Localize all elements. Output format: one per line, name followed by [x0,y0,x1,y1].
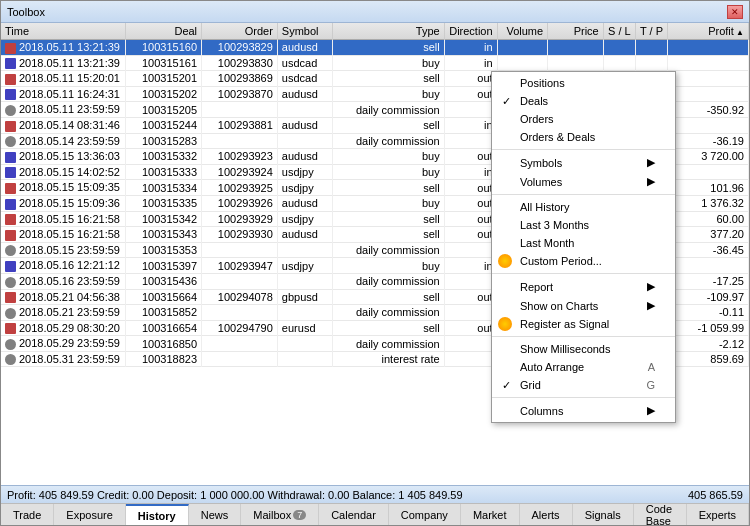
menu-item-label: Report [520,281,553,293]
cell-profit [668,117,749,133]
tab-exposure[interactable]: Exposure [54,504,125,525]
cell-volume [497,40,548,56]
menu-item-label: Grid [520,379,541,391]
tab-badge: 7 [293,510,306,520]
menu-item[interactable]: Volumes▶ [492,172,675,191]
cell-deal: 100315397 [126,258,202,274]
tab-company[interactable]: Company [389,504,461,525]
menu-separator [492,194,675,195]
menu-item[interactable]: Custom Period... [492,252,675,270]
col-sl[interactable]: S / L [603,23,635,40]
cell-symbol: gbpusd [277,289,333,305]
cell-time: 2018.05.15 14:02:52 [1,164,126,180]
tab-mailbox[interactable]: Mailbox7 [241,504,319,525]
menu-item[interactable]: Show on Charts▶ [492,296,675,315]
cell-type: sell [333,71,444,87]
col-direction[interactable]: Direction [444,23,497,40]
toolbox-window: Toolbox ✕ Time Deal Order Symbol Type Di… [0,0,750,526]
tab-history[interactable]: History [126,504,189,525]
menu-separator [492,149,675,150]
table-row[interactable]: 2018.05.11 13:21:39100315161100293830usd… [1,55,749,71]
tab-alerts[interactable]: Alerts [520,504,573,525]
cell-direction: out [444,211,497,227]
menu-item[interactable]: Orders [492,110,675,128]
col-order[interactable]: Order [202,23,278,40]
cell-direction: out [444,71,497,87]
menu-item-label: Orders [520,113,554,125]
tab-label: Experts [699,509,736,521]
cell-symbol: usdjpy [277,164,333,180]
menu-item[interactable]: Deals [492,92,675,110]
menu-item[interactable]: Positions [492,74,675,92]
menu-item[interactable]: Orders & Deals [492,128,675,146]
shortcut: G [646,379,655,391]
shortcut: A [648,361,655,373]
cell-profit [668,71,749,87]
menu-item[interactable]: Symbols▶ [492,153,675,172]
row-icon [5,199,16,210]
cell-direction [444,336,497,352]
cell-profit: 60.00 [668,211,749,227]
tab-news[interactable]: News [189,504,242,525]
menu-item[interactable]: All History [492,198,675,216]
cell-direction: out [444,86,497,102]
cell-direction [444,273,497,289]
tab-label: Mailbox [253,509,291,521]
tab-trade[interactable]: Trade [1,504,54,525]
col-volume[interactable]: Volume [497,23,548,40]
cell-time: 2018.05.11 16:24:31 [1,86,126,102]
menu-item[interactable]: Register as Signal [492,315,675,333]
menu-item[interactable]: Show Milliseconds [492,340,675,358]
col-type[interactable]: Type [333,23,444,40]
cell-order: 100293925 [202,180,278,196]
cell-tp [635,40,667,56]
menu-item-icon [498,317,512,331]
window-title: Toolbox [7,6,45,18]
cell-order [202,336,278,352]
col-price[interactable]: Price [548,23,604,40]
row-icon [5,214,16,225]
cell-profit [668,258,749,274]
tab-label: History [138,510,176,522]
close-button[interactable]: ✕ [727,5,743,19]
menu-item-label: Show on Charts [520,300,598,312]
cell-profit [668,40,749,56]
menu-item[interactable]: Last 3 Months [492,216,675,234]
table-row[interactable]: 2018.05.11 13:21:39100315160100293829aud… [1,40,749,56]
col-time[interactable]: Time [1,23,126,40]
cell-time: 2018.05.29 23:59:59 [1,336,126,352]
cell-order [202,351,278,367]
tab-label: Trade [13,509,41,521]
cell-order: 100293930 [202,227,278,243]
tab-code-base[interactable]: Code Base [634,504,687,525]
tab-experts[interactable]: Experts [687,504,749,525]
status-text: Profit: 405 849.59 Credit: 0.00 Deposit:… [7,489,463,501]
cell-direction [444,102,497,118]
tab-calendar[interactable]: Calendar [319,504,389,525]
row-icon [5,230,16,241]
submenu-arrow-icon: ▶ [647,156,655,169]
cell-deal: 100315353 [126,242,202,258]
tab-signals[interactable]: Signals [573,504,634,525]
menu-item[interactable]: Auto ArrangeA [492,358,675,376]
col-profit[interactable]: Profit [668,23,749,40]
row-icon [5,308,16,319]
cell-deal: 100315335 [126,195,202,211]
tab-market[interactable]: Market [461,504,520,525]
menu-item[interactable]: Last Month [492,234,675,252]
menu-item[interactable]: GridG [492,376,675,394]
cell-symbol: usdjpy [277,258,333,274]
cell-time: 2018.05.16 12:21:12 [1,258,126,274]
menu-item[interactable]: Columns▶ [492,401,675,420]
cell-direction [444,305,497,321]
cell-deal: 100315201 [126,71,202,87]
col-tp[interactable]: T / P [635,23,667,40]
col-symbol[interactable]: Symbol [277,23,333,40]
cell-type: buy [333,258,444,274]
cell-order: 100293926 [202,195,278,211]
menu-item[interactable]: Report▶ [492,277,675,296]
menu-item-label: Auto Arrange [520,361,584,373]
cell-deal: 100315334 [126,180,202,196]
row-icon [5,183,16,194]
col-deal[interactable]: Deal [126,23,202,40]
